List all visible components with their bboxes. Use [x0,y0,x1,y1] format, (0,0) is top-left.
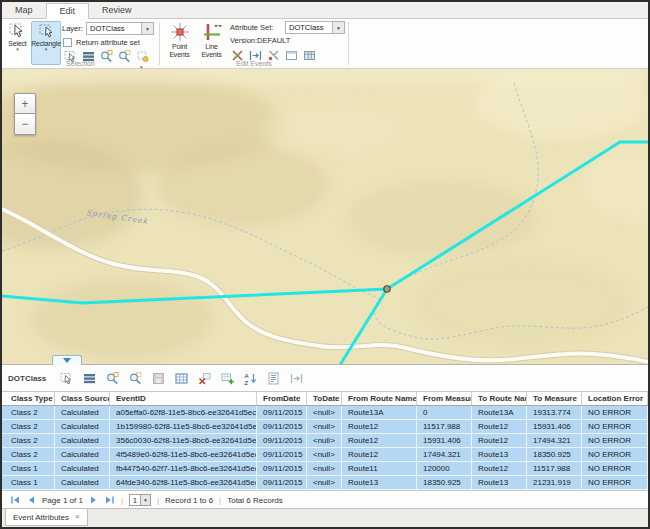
table-cell[interactable]: Calculated [55,448,110,461]
table-cell[interactable]: <null> [307,448,342,461]
layer-combobox[interactable]: DOTClass ▼ [86,22,154,35]
table-cell[interactable]: Route13 [342,476,417,489]
table-cell[interactable]: <null> [307,434,342,447]
table-cell[interactable]: Calculated [55,406,110,419]
table-cell[interactable]: Route12 [472,420,527,433]
table-cell[interactable]: NO ERROR [582,434,648,447]
table-cell[interactable]: Class 2 [2,406,55,419]
table-row[interactable]: Class 1Calculated64fde340-62f8-11e5-8bc6… [2,476,648,490]
sort-icon[interactable]: A Z [244,372,257,385]
table-cell[interactable]: Class 2 [2,434,55,447]
table-cell[interactable]: Calculated [55,476,110,489]
table-cell[interactable]: NO ERROR [582,476,648,489]
tab-review[interactable]: Review [89,2,145,18]
table-cell[interactable]: NO ERROR [582,406,648,419]
select-tool-button[interactable]: Select ▾ [5,21,30,65]
column-header[interactable]: To Measure [527,392,582,405]
table-cell[interactable]: fb447540-62f7-11e5-8bc6-ee32641d5ec9 [110,462,257,475]
show-selected-records-icon[interactable] [83,372,96,385]
table-cell[interactable]: 18350.925 [417,476,472,489]
table-cell[interactable]: 09/11/2015 [257,462,307,475]
table-cell[interactable]: Class 1 [2,476,55,489]
table-cell[interactable]: Class 1 [2,462,55,475]
table-cell[interactable]: <null> [307,476,342,489]
attribute-set-combobox[interactable]: DOTClass ▼ [285,21,345,34]
table-cell[interactable]: Route12 [342,434,417,447]
table-row[interactable]: Class 2Calculateda05effa0-62f8-11e5-8bc6… [2,406,648,420]
column-header[interactable]: Class Type [2,392,55,405]
map-canvas[interactable]: Spring Creek + − [2,69,648,364]
table-row[interactable]: Class 2Calculated4f5489e0-62f8-11e5-8bc6… [2,448,648,462]
tab-edit[interactable]: Edit [46,3,90,19]
table-cell[interactable]: Route13 [472,448,527,461]
table-cell[interactable]: Route13 [472,476,527,489]
table-cell[interactable]: 09/11/2015 [257,434,307,447]
column-header[interactable]: Class Source [55,392,110,405]
table-cell[interactable]: 18350.925 [527,448,582,461]
chevron-down-icon[interactable]: ▼ [141,23,153,34]
table-cell[interactable]: 17494.321 [527,434,582,447]
table-cell[interactable]: 120000 [417,462,472,475]
table-cell[interactable]: 64fde340-62f8-11e5-8bc6-ee32641d5ec9 [110,476,257,489]
table-cell[interactable]: 19313.774 [527,406,582,419]
previous-page-icon[interactable] [26,495,36,505]
table-cell[interactable]: Route12 [342,448,417,461]
table-cell[interactable]: Class 2 [2,420,55,433]
chevron-down-icon[interactable]: ▼ [332,22,344,33]
table-cell[interactable]: Calculated [55,420,110,433]
zoom-in-button[interactable]: + [14,93,36,114]
close-tab-icon[interactable]: × [75,513,80,521]
page-number-value[interactable]: 1 [129,494,141,506]
table-cell[interactable]: Calculated [55,434,110,447]
table-cell[interactable]: 21231.919 [527,476,582,489]
table-cell[interactable]: 11517.988 [527,462,582,475]
table-cell[interactable]: <null> [307,462,342,475]
table-cell[interactable]: Route13A [472,406,527,419]
zoom-to-selected-icon[interactable] [106,372,119,385]
table-row[interactable]: Class 1Calculatedfb447540-62f7-11e5-8bc6… [2,462,648,476]
table-row[interactable]: Class 2Calculated356c0030-62f8-11e5-8bc6… [2,434,648,448]
table-cell[interactable]: 09/11/2015 [257,406,307,419]
table-cell[interactable]: a05effa0-62f8-11e5-8bc6-ee32641d5ec9 [110,406,257,419]
table-cell[interactable]: Route12 [472,434,527,447]
column-header[interactable]: EventID [110,392,257,405]
table-cell[interactable]: <null> [307,420,342,433]
arrange-columns-icon[interactable] [290,372,303,385]
page-number-selector[interactable]: 1 ▼ [129,494,151,506]
table-cell[interactable]: Calculated [55,462,110,475]
column-header[interactable]: FromDate [257,392,307,405]
table-cell[interactable]: Route13A [342,406,417,419]
tab-event-attributes[interactable]: Event Attributes × [5,509,88,526]
first-page-icon[interactable] [10,495,20,505]
column-header[interactable]: From Route Name [342,392,417,405]
table-cell[interactable]: NO ERROR [582,462,648,475]
table-row[interactable]: Class 2Calculated1b159980-62f8-11e5-8bc6… [2,420,648,434]
return-attribute-set-checkbox[interactable] [63,38,72,47]
zoom-out-button[interactable]: − [14,114,36,135]
table-cell[interactable]: Route11 [342,462,417,475]
attribute-table-icon[interactable] [175,372,188,385]
table-cell[interactable]: <null> [307,406,342,419]
select-tool-icon[interactable] [60,372,73,385]
form-view-icon[interactable] [267,372,280,385]
table-cell[interactable]: 4f5489e0-62f8-11e5-8bc6-ee32641d5ec9 [110,448,257,461]
tab-map[interactable]: Map [2,2,46,18]
table-cell[interactable]: NO ERROR [582,420,648,433]
table-cell[interactable]: NO ERROR [582,448,648,461]
column-header[interactable]: ToDate [307,392,342,405]
table-cell[interactable]: 17494.321 [417,448,472,461]
table-cell[interactable]: 15931.406 [417,434,472,447]
route-junction-point[interactable] [384,286,390,292]
table-cell[interactable]: Route12 [472,462,527,475]
column-header[interactable]: From Measure [417,392,472,405]
table-cell[interactable]: 09/11/2015 [257,448,307,461]
next-page-icon[interactable] [89,495,99,505]
table-cell[interactable]: 11517.988 [417,420,472,433]
column-header[interactable]: To Route Name [472,392,527,405]
chevron-down-icon[interactable]: ▼ [141,494,151,506]
table-cell[interactable]: 09/11/2015 [257,420,307,433]
table-cell[interactable]: 0 [417,406,472,419]
table-cell[interactable]: 15931.406 [527,420,582,433]
delete-selected-icon[interactable] [198,372,211,385]
save-edits-icon[interactable] [152,372,165,385]
